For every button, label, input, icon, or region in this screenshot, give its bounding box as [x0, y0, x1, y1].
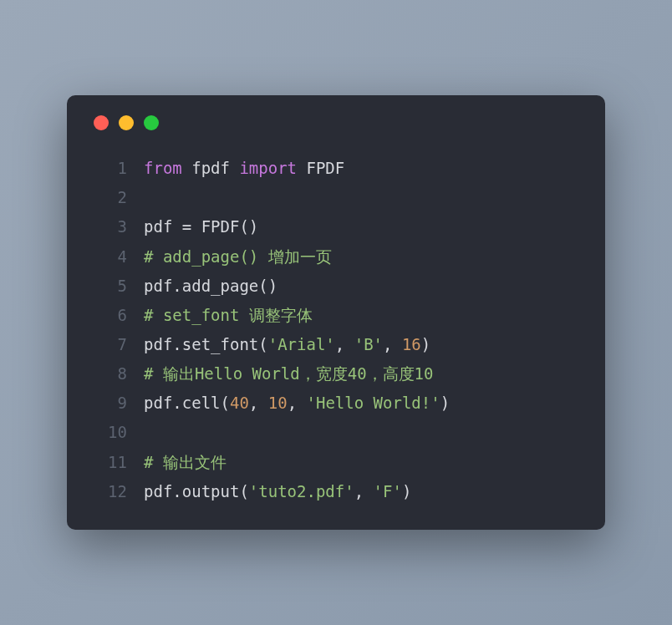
token: # 输出文件 — [144, 453, 227, 471]
line-number: 5 — [90, 272, 127, 301]
token: ) — [440, 394, 450, 412]
token: 'Arial' — [268, 335, 335, 353]
token: ) — [421, 335, 430, 353]
line-number: 3 — [90, 212, 127, 241]
token: , — [288, 394, 307, 412]
line-number: 12 — [90, 477, 127, 506]
token: 'Hello World!' — [307, 394, 440, 412]
token: pdf.add_page() — [144, 277, 277, 295]
line-number: 2 — [90, 183, 127, 212]
line-number: 4 — [90, 242, 127, 272]
token: # add_page() 增加一页 — [144, 247, 332, 266]
token: FPDF — [297, 159, 344, 177]
token: from — [144, 159, 182, 177]
line-content: pdf.add_page() — [144, 272, 277, 301]
token: 10 — [268, 394, 288, 412]
maximize-icon[interactable] — [144, 115, 159, 130]
token: 16 — [402, 335, 421, 353]
code-line[interactable]: 9pdf.cell(40, 10, 'Hello World!') — [90, 389, 582, 418]
code-line[interactable]: 4# add_page() 增加一页 — [90, 242, 582, 272]
titlebar — [90, 115, 582, 130]
line-number: 10 — [90, 418, 127, 447]
token: import — [239, 159, 297, 177]
close-icon[interactable] — [94, 115, 109, 130]
token: fpdf — [182, 159, 240, 177]
token: , — [335, 335, 354, 353]
token: , — [383, 335, 402, 353]
token: 'tuto2.pdf' — [249, 482, 354, 501]
code-line[interactable]: 7pdf.set_font('Arial', 'B', 16) — [90, 330, 582, 359]
token: 'F' — [374, 482, 402, 501]
token: pdf = FPDF() — [144, 217, 258, 236]
line-content: pdf.set_font('Arial', 'B', 16) — [144, 330, 430, 359]
token: , — [354, 482, 374, 501]
line-content: # 输出Hello World，宽度40，高度10 — [144, 359, 433, 389]
token: pdf.output( — [144, 482, 249, 501]
line-content: # add_page() 增加一页 — [144, 242, 332, 272]
line-content: pdf.output('tuto2.pdf', 'F') — [144, 477, 411, 506]
code-area[interactable]: 1from fpdf import FPDF2 3pdf = FPDF()4# … — [90, 154, 582, 506]
line-number: 8 — [90, 359, 127, 389]
token: ) — [402, 482, 411, 501]
code-line[interactable]: 10 — [90, 418, 582, 447]
code-line[interactable]: 6# set_font 调整字体 — [90, 301, 582, 330]
line-content: # set_font 调整字体 — [144, 301, 313, 330]
line-content — [144, 183, 153, 212]
token: 40 — [230, 394, 249, 412]
token: , — [249, 394, 268, 412]
code-line[interactable]: 2 — [90, 183, 582, 212]
line-content: pdf.cell(40, 10, 'Hello World!') — [144, 389, 450, 418]
token: 'B' — [354, 335, 383, 353]
token: # set_font 调整字体 — [144, 306, 313, 324]
token: pdf.cell( — [144, 394, 230, 412]
line-content: pdf = FPDF() — [144, 212, 258, 241]
code-line[interactable]: 1from fpdf import FPDF — [90, 154, 582, 183]
line-number: 11 — [90, 448, 127, 477]
line-number: 7 — [90, 330, 127, 359]
token: pdf.set_font( — [144, 335, 268, 353]
editor-window: 1from fpdf import FPDF2 3pdf = FPDF()4# … — [67, 95, 605, 530]
code-line[interactable]: 11# 输出文件 — [90, 448, 582, 477]
code-line[interactable]: 5pdf.add_page() — [90, 272, 582, 301]
token: # 输出Hello World，宽度40，高度10 — [144, 364, 433, 383]
minimize-icon[interactable] — [119, 115, 134, 130]
code-line[interactable]: 12pdf.output('tuto2.pdf', 'F') — [90, 477, 582, 506]
line-number: 6 — [90, 301, 127, 330]
line-content — [144, 418, 153, 447]
line-number: 1 — [90, 154, 127, 183]
line-content: from fpdf import FPDF — [144, 154, 344, 183]
line-number: 9 — [90, 389, 127, 418]
code-line[interactable]: 3pdf = FPDF() — [90, 212, 582, 241]
line-content: # 输出文件 — [144, 448, 227, 477]
code-line[interactable]: 8# 输出Hello World，宽度40，高度10 — [90, 359, 582, 389]
